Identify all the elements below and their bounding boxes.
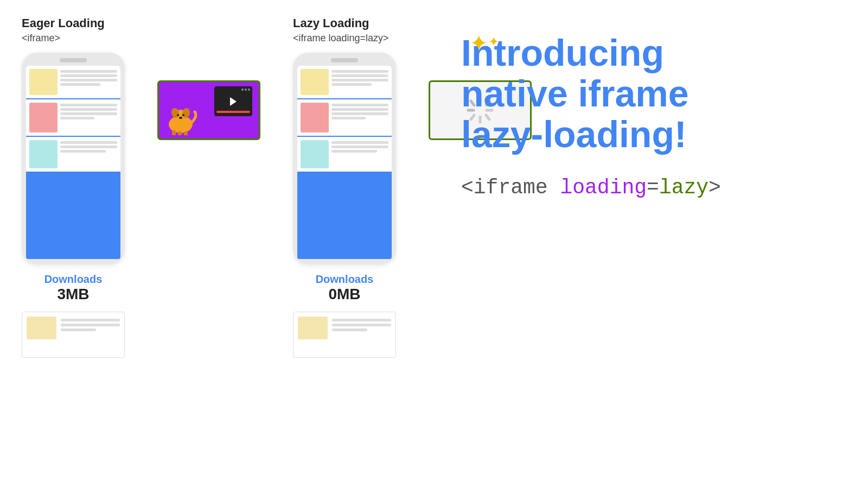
screen-section-2: [26, 99, 120, 137]
lazy-below-block: [298, 317, 328, 339]
line: [332, 319, 391, 321]
eager-download-label: Downloads: [44, 273, 103, 286]
sparkle-decoration: ✦✦: [469, 30, 499, 56]
content-block-teal: [29, 140, 58, 168]
lazy-code: <iframe loading=lazy>: [293, 33, 389, 44]
eager-phone-mockup: [22, 53, 125, 264]
phone-notch: [60, 58, 87, 62]
eager-download-size: 3MB: [44, 286, 103, 303]
line: [331, 108, 388, 111]
line: [60, 79, 117, 81]
line: [61, 319, 120, 321]
lazy-content-block-teal: [301, 140, 329, 168]
lazy-download-label: Downloads: [316, 273, 374, 286]
line: [60, 70, 117, 73]
lazy-download-size: 0MB: [316, 286, 374, 303]
line: [60, 117, 94, 119]
content-lines-2: [60, 103, 117, 119]
dot: [245, 89, 247, 91]
line: [60, 112, 117, 115]
svg-point-4: [177, 114, 179, 116]
sparkle-small-icon: ✦: [488, 34, 499, 49]
line: [331, 117, 366, 119]
dog-svg: [164, 105, 197, 135]
eager-code: <iframe>: [22, 33, 60, 44]
lazy-content-block-yellow: [301, 69, 329, 95]
headline: Introducing native iframe lazy-loading!: [461, 33, 846, 154]
content-block-yellow-1: [29, 69, 58, 95]
screen-section-1: [26, 66, 120, 99]
code-loading-attr: loading: [560, 176, 647, 199]
code-lazy-value: lazy: [659, 176, 709, 199]
code-close: >: [709, 176, 721, 199]
lazy-phone-mockup: [293, 53, 396, 264]
main-container: ✦✦ Eager Loading <iframe>: [0, 0, 868, 499]
lazy-screen-section-1: [297, 66, 392, 99]
spacer: [157, 312, 260, 358]
lazy-content-lines-1: [331, 69, 388, 86]
headline-line2: native iframe: [461, 73, 689, 114]
line: [60, 104, 117, 106]
lazy-loading-column: Lazy Loading <iframe loading=lazy>: [293, 16, 396, 303]
eager-iframe-area: [157, 80, 260, 140]
line: [60, 108, 117, 111]
lazy-below-lines: [332, 317, 391, 331]
eager-below-lines: [61, 317, 120, 331]
line: [331, 141, 388, 144]
sparkle-large-icon: ✦: [469, 30, 488, 56]
line: [331, 146, 388, 148]
line: [331, 74, 388, 77]
screen-section-3: [26, 137, 120, 172]
svg-point-5: [182, 114, 184, 116]
line: [331, 112, 388, 115]
below-phone-row: [22, 312, 396, 358]
left-section: Eager Loading <iframe>: [22, 16, 429, 358]
eager-loading-column: Eager Loading <iframe>: [22, 16, 125, 303]
lazy-screen-section-2: [297, 99, 392, 137]
svg-rect-9: [184, 131, 188, 135]
video-overlay: [214, 86, 252, 116]
dot: [241, 89, 244, 91]
line: [60, 146, 117, 148]
line: [60, 74, 117, 77]
line: [61, 329, 96, 331]
phone-notch-lazy: [331, 58, 358, 62]
lazy-below-card: [293, 312, 396, 358]
code-snippet: <iframe loading=lazy>: [461, 176, 846, 199]
video-dots: [241, 89, 250, 91]
line: [331, 104, 388, 106]
eager-phone-screen: [26, 66, 120, 259]
code-equals: =: [647, 176, 659, 199]
line: [332, 324, 391, 326]
line: [60, 150, 106, 153]
line: [61, 324, 120, 326]
content-block-red: [29, 103, 58, 132]
lazy-content-block-red: [301, 103, 329, 132]
line: [332, 329, 367, 331]
svg-rect-7: [172, 130, 176, 135]
svg-point-6: [179, 117, 182, 119]
line: [331, 83, 372, 86]
line: [331, 150, 377, 153]
eager-below-block: [27, 317, 56, 339]
video-progress-bar: [216, 111, 250, 113]
play-button-icon: [230, 97, 237, 106]
line: [60, 83, 100, 86]
lazy-content-lines-3: [331, 140, 388, 153]
eager-iframe-box: [157, 80, 260, 140]
lazy-title: Lazy Loading: [293, 16, 369, 30]
lazy-download-info: Downloads 0MB: [316, 273, 374, 303]
eager-download-info: Downloads 3MB: [44, 273, 103, 303]
eager-title: Eager Loading: [22, 16, 105, 30]
line: [60, 141, 117, 144]
lazy-screen-section-3: [297, 137, 392, 172]
headline-line3: lazy-loading!: [461, 113, 687, 155]
eager-below-card: [22, 312, 125, 358]
dot: [248, 89, 250, 91]
lazy-content-lines-2: [331, 103, 388, 119]
content-lines-3: [60, 140, 117, 153]
svg-rect-8: [178, 131, 182, 135]
code-iframe-part: <iframe: [461, 176, 560, 199]
line: [331, 70, 388, 73]
lazy-phone-screen: [297, 66, 392, 259]
